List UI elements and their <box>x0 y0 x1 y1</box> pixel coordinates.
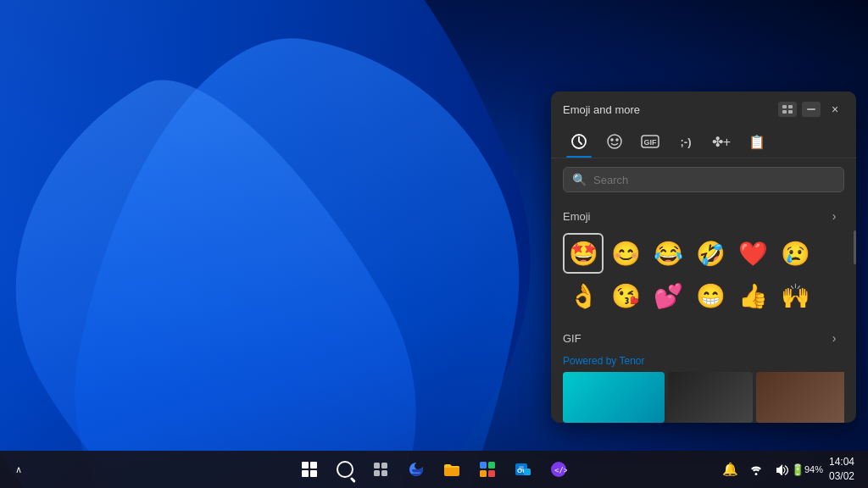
devhome-icon: </> <box>550 461 567 478</box>
store-icon <box>479 461 496 478</box>
gif-thumb[interactable] <box>563 372 665 423</box>
svg-rect-17 <box>488 462 495 469</box>
emoji-item[interactable]: 👍 <box>732 275 773 316</box>
taskbar-file-explorer-button[interactable] <box>437 454 467 485</box>
emoji-item[interactable]: 😊 <box>605 233 646 274</box>
taskbar-outlook-button[interactable]: Ou <box>508 454 538 485</box>
outlook-icon: Ou <box>515 461 531 478</box>
emoji-item[interactable]: 😢 <box>775 233 815 274</box>
win-logo-cell <box>302 470 309 477</box>
svg-point-7 <box>611 139 613 141</box>
svg-rect-3 <box>788 110 793 114</box>
emoji-panel-controls: × <box>778 100 844 119</box>
gif-section: GIF › Powered by Tenor <box>551 323 856 423</box>
svg-rect-18 <box>480 470 487 477</box>
svg-rect-16 <box>480 462 487 469</box>
svg-rect-0 <box>782 105 787 108</box>
svg-rect-2 <box>782 110 787 114</box>
gif-section-expand[interactable]: › <box>824 328 844 348</box>
emoji-item[interactable]: 👌 <box>563 275 604 316</box>
task-view-icon <box>373 462 388 477</box>
tray-notification-icon[interactable]: 🔔 <box>719 454 743 485</box>
search-icon: 🔍 <box>572 173 587 186</box>
emoji-item[interactable]: 🤣 <box>690 233 731 274</box>
panel-scrollbar[interactable] <box>854 230 856 264</box>
svg-point-6 <box>608 135 621 148</box>
taskbar-right: 🔔 🔋94% 14:04 03/02 <box>719 454 861 485</box>
taskbar-time-value: 14:04 <box>829 455 854 469</box>
emoji-panel-header: Emoji and more × <box>551 92 856 125</box>
svg-rect-12 <box>381 463 387 469</box>
svg-rect-4 <box>807 108 815 110</box>
emoji-tab-bar: GIF ;-) ✤+ 📋 <box>551 125 856 158</box>
svg-rect-23 <box>524 469 531 475</box>
system-tray: 🔔 🔋94% <box>719 454 819 485</box>
svg-rect-13 <box>374 470 380 476</box>
taskbar-left: ∧ <box>7 454 31 485</box>
taskbar-edge-button[interactable] <box>401 454 431 485</box>
emoji-item[interactable]: 🤩 <box>563 233 604 274</box>
tab-recents[interactable] <box>563 125 595 158</box>
tab-symbols[interactable]: ✤+ <box>705 125 737 158</box>
taskbar-date-value: 03/02 <box>829 469 854 484</box>
emoji-item[interactable]: 🙌 <box>775 275 815 316</box>
emoji-item[interactable]: 😘 <box>605 275 646 316</box>
emoji-section-title: Emoji <box>563 210 591 223</box>
tab-kaomoji[interactable]: ;-) <box>670 125 702 158</box>
emoji-section: Emoji › 🤩 😊 😂 🤣 ❤️ 😢 👌 😘 💕 😁 👍 🙌 <box>551 201 856 323</box>
emoji-grid: 🤩 😊 😂 🤣 ❤️ 😢 👌 😘 💕 😁 👍 🙌 <box>563 233 844 316</box>
battery-percent: 94% <box>804 464 823 474</box>
panel-minimize-button[interactable] <box>802 102 821 117</box>
tab-gif[interactable]: GIF <box>634 125 666 158</box>
search-input[interactable] <box>593 174 835 186</box>
panel-grid-button[interactable] <box>778 102 797 117</box>
svg-rect-19 <box>488 470 495 477</box>
taskbar-store-button[interactable] <box>472 454 503 485</box>
emoji-item[interactable]: ❤️ <box>732 233 773 274</box>
volume-icon <box>775 463 788 475</box>
search-circle-icon <box>337 461 353 478</box>
emoji-search-bar[interactable]: 🔍 <box>563 167 844 192</box>
start-button[interactable] <box>294 454 325 485</box>
panel-close-button[interactable]: × <box>826 100 844 119</box>
file-explorer-icon <box>443 462 460 477</box>
gif-thumb[interactable] <box>756 372 844 423</box>
emoji-panel-title: Emoji and more <box>563 103 640 116</box>
svg-rect-14 <box>381 470 387 476</box>
win-logo-cell <box>310 470 317 477</box>
taskbar-search-button[interactable] <box>330 454 360 485</box>
windows-logo <box>302 462 317 477</box>
wifi-icon <box>749 463 763 475</box>
tray-volume-icon[interactable] <box>770 454 793 485</box>
tab-emoji[interactable] <box>598 125 631 158</box>
emoji-section-header: Emoji › <box>563 201 844 233</box>
svg-rect-1 <box>788 105 793 108</box>
tray-battery-icon[interactable]: 🔋94% <box>795 454 819 485</box>
taskbar-task-view-button[interactable] <box>365 454 396 485</box>
win-logo-cell <box>310 462 317 469</box>
emoji-section-expand[interactable]: › <box>824 206 844 226</box>
svg-point-8 <box>616 139 618 141</box>
tray-chevron[interactable]: ∧ <box>7 454 31 485</box>
gif-thumb[interactable] <box>668 372 753 423</box>
emoji-item[interactable]: 😁 <box>690 275 731 316</box>
tray-wifi-icon[interactable] <box>744 454 768 485</box>
emoji-item[interactable]: 😂 <box>648 233 688 274</box>
svg-rect-11 <box>374 463 380 469</box>
taskbar: ∧ <box>0 451 868 488</box>
svg-text:</>: </> <box>554 466 567 474</box>
win-logo-cell <box>302 462 309 469</box>
tab-clipboard[interactable]: 📋 <box>741 125 773 158</box>
taskbar-devhome-button[interactable]: </> <box>543 454 574 485</box>
gif-strip <box>563 372 844 423</box>
taskbar-center: Ou </> <box>294 454 574 485</box>
svg-text:GIF: GIF <box>644 138 658 147</box>
gif-section-header: GIF › <box>563 323 844 355</box>
gif-section-title: GIF <box>563 332 581 345</box>
emoji-picker-panel: Emoji and more × <box>551 92 856 423</box>
edge-icon <box>408 461 425 478</box>
gif-powered-by: Powered by Tenor <box>563 355 844 372</box>
taskbar-clock[interactable]: 14:04 03/02 <box>822 455 861 484</box>
emoji-item[interactable]: 💕 <box>648 275 688 316</box>
